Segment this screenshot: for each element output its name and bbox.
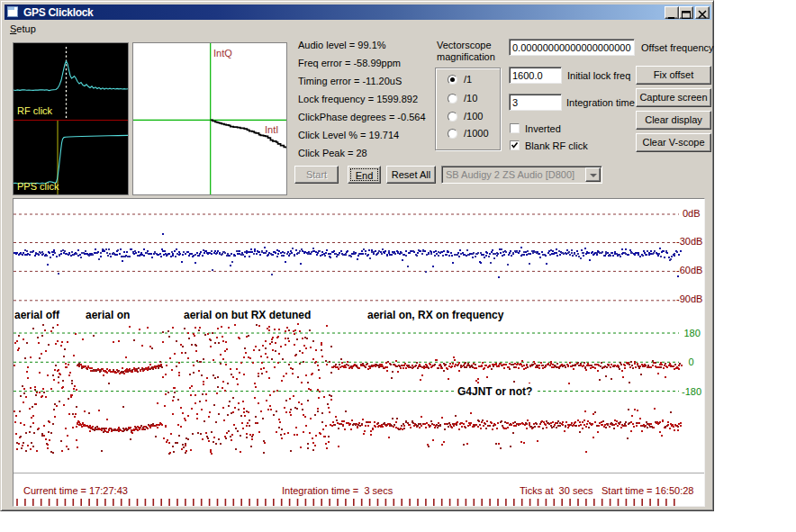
svg-text:0dB: 0dB bbox=[683, 208, 701, 219]
svg-text:-60dB: -60dB bbox=[676, 265, 702, 275]
svg-text:G4JNT or not?: G4JNT or not? bbox=[457, 385, 532, 398]
svg-text:180: 180 bbox=[684, 328, 701, 338]
svg-text:RF click: RF click bbox=[17, 105, 53, 116]
svg-text:aerial on: aerial on bbox=[86, 309, 130, 321]
svg-text:IntI: IntI bbox=[265, 124, 278, 135]
svg-text:Current time = 17:27:43: Current time = 17:27:43 bbox=[23, 485, 128, 496]
svg-text:-180: -180 bbox=[682, 386, 701, 397]
svg-text:PPS click: PPS click bbox=[17, 181, 59, 192]
svg-text:-30dB: -30dB bbox=[676, 236, 702, 247]
svg-text:Ticks at 30 secs: Ticks at 30 secs bbox=[520, 485, 593, 496]
svg-text:aerial on, RX on frequency: aerial on, RX on frequency bbox=[367, 309, 504, 321]
svg-text:Integration time = 3 secs: Integration time = 3 secs bbox=[282, 485, 393, 496]
svg-text:-90dB: -90dB bbox=[676, 293, 702, 304]
svg-text:aerial on but RX detuned: aerial on but RX detuned bbox=[184, 309, 311, 321]
svg-text:Start time = 16:50:28: Start time = 16:50:28 bbox=[602, 485, 693, 496]
svg-text:0: 0 bbox=[689, 356, 694, 367]
svg-text:IntQ: IntQ bbox=[213, 48, 232, 59]
svg-text:aerial off: aerial off bbox=[14, 309, 60, 321]
